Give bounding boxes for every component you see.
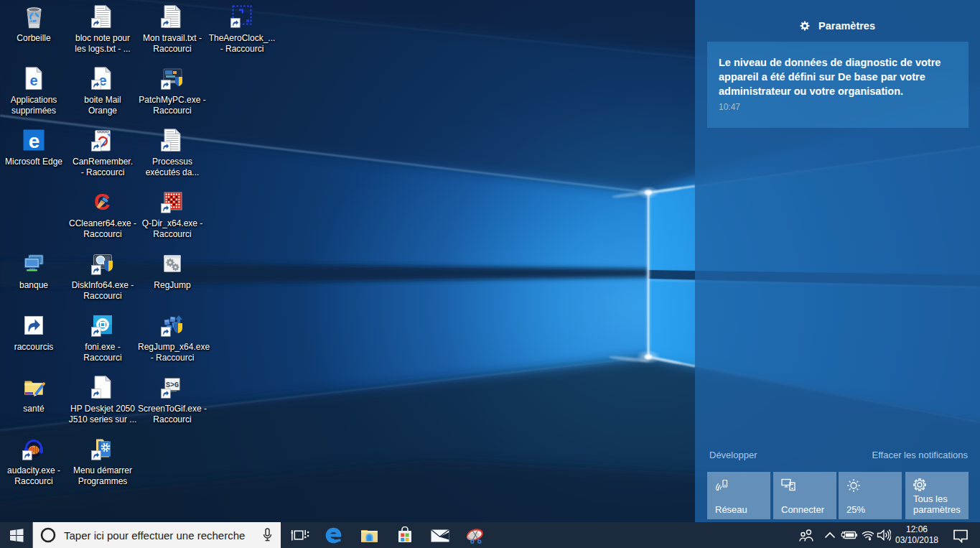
svg-text:S>G: S>G: [166, 381, 179, 389]
svg-text:e: e: [29, 130, 40, 152]
